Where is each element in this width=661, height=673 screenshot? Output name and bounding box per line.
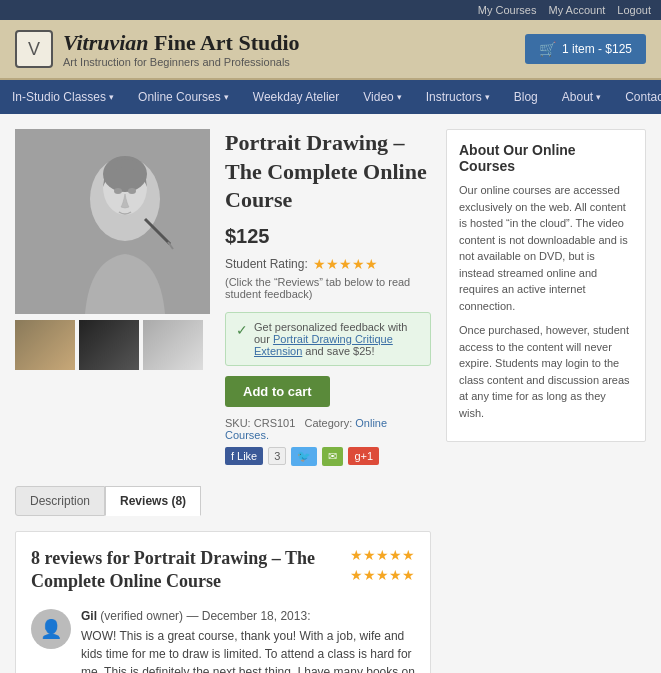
reviewer-avatar: 👤 <box>31 609 71 649</box>
check-icon: ✓ <box>236 322 248 338</box>
chevron-down-icon: ▾ <box>485 92 490 102</box>
sku-value: CRS101 <box>254 417 296 429</box>
reviews-header: 8 reviews for Portrait Drawing – The Com… <box>31 547 415 594</box>
email-icon: ✉ <box>328 450 337 462</box>
product-price: $125 <box>225 225 431 248</box>
logo-text: Vitruvian Fine Art Studio Art Instructio… <box>63 30 300 68</box>
reviewer-date: December 18, 2013: <box>202 609 311 623</box>
sidebar-para-2: Once purchased, however, student access … <box>459 322 633 421</box>
nav-instructors[interactable]: Instructors ▾ <box>414 80 502 114</box>
twitter-button[interactable]: 🐦 <box>291 447 317 466</box>
logout-link[interactable]: Logout <box>617 4 651 16</box>
nav-blog[interactable]: Blog <box>502 80 550 114</box>
reviews-section: 8 reviews for Portrait Drawing – The Com… <box>15 531 431 673</box>
thumbnail-1[interactable] <box>15 320 75 370</box>
promo-box: ✓ Get personalized feedback with our Por… <box>225 312 431 366</box>
nav-instructors-label: Instructors <box>426 90 482 104</box>
review-item: 👤 Gil (verified owner) — December 18, 20… <box>31 609 415 673</box>
reviewer-name-strong: Gil <box>81 609 97 623</box>
brand-italic: Vitruvian <box>63 30 149 55</box>
my-account-link[interactable]: My Account <box>548 4 605 16</box>
google-plus-button[interactable]: g+1 <box>348 447 379 465</box>
logo-area: V Vitruvian Fine Art Studio Art Instruct… <box>15 30 300 68</box>
cart-icon: 🛒 <box>539 41 556 57</box>
sku-label: SKU: <box>225 417 251 429</box>
nav-online-courses[interactable]: Online Courses ▾ <box>126 80 241 114</box>
chevron-down-icon: ▾ <box>109 92 114 102</box>
google-plus-icon: g+1 <box>354 450 373 462</box>
add-to-cart-button[interactable]: Add to cart <box>225 376 330 407</box>
site-header: V Vitruvian Fine Art Studio Art Instruct… <box>0 20 661 80</box>
nav-weekday-label: Weekday Atelier <box>253 90 340 104</box>
nav-in-studio-label: In-Studio Classes <box>12 90 106 104</box>
product-info: Portrait Drawing – The Complete Online C… <box>225 129 431 466</box>
rating-note: (Click the “Reviews” tab below to read s… <box>225 276 431 300</box>
tagline: Art Instruction for Beginners and Profes… <box>63 56 300 68</box>
promo-after: and save $25! <box>302 345 374 357</box>
nav-weekday-atelier[interactable]: Weekday Atelier <box>241 80 352 114</box>
svg-point-5 <box>128 188 136 194</box>
stars-row-1: ★★★★★ <box>350 547 415 563</box>
tab-reviews[interactable]: Reviews (8) <box>105 486 201 516</box>
logo-box: V <box>15 30 53 68</box>
facebook-icon: f <box>231 450 234 462</box>
my-courses-link[interactable]: My Courses <box>478 4 537 16</box>
product-tabs: Description Reviews (8) <box>15 486 431 516</box>
brand-name: Vitruvian Fine Art Studio <box>63 30 300 56</box>
nav-video-label: Video <box>363 90 393 104</box>
cart-label: 1 item - $125 <box>562 42 632 56</box>
tab-description[interactable]: Description <box>15 486 105 516</box>
like-label: Like <box>237 450 257 462</box>
overall-rating-stars: ★★★★★ ★★★★★ <box>350 547 415 583</box>
facebook-count: 3 <box>268 447 286 465</box>
product-rating: Student Rating: ★★★★★ <box>225 256 431 272</box>
svg-point-4 <box>114 188 122 194</box>
thumbnail-2[interactable] <box>79 320 139 370</box>
nav-video[interactable]: Video ▾ <box>351 80 413 114</box>
nav-blog-label: Blog <box>514 90 538 104</box>
sidebar-para-1: Our online courses are accessed exclusiv… <box>459 182 633 314</box>
review-content: Gil (verified owner) — December 18, 2013… <box>81 609 415 673</box>
thumbnail-3[interactable] <box>143 320 203 370</box>
stars-row-2: ★★★★★ <box>350 567 415 583</box>
category-label: Category: <box>305 417 353 429</box>
main-content: Portrait Drawing – The Complete Online C… <box>0 114 661 673</box>
nav-about-label: About <box>562 90 593 104</box>
review-text: WOW! This is a great course, thank you! … <box>81 627 415 673</box>
product-layout: Portrait Drawing – The Complete Online C… <box>15 129 646 673</box>
twitter-icon: 🐦 <box>297 450 311 462</box>
nav-online-label: Online Courses <box>138 90 221 104</box>
nav-contact-label: Contact <box>625 90 661 104</box>
email-button[interactable]: ✉ <box>322 447 343 466</box>
rating-stars: ★★★★★ <box>313 256 378 272</box>
product-area: Portrait Drawing – The Complete Online C… <box>15 129 431 466</box>
cart-button[interactable]: 🛒 1 item - $125 <box>525 34 646 64</box>
nav-contact[interactable]: Contact <box>613 80 661 114</box>
sidebar: About Our Online Courses Our online cour… <box>446 129 646 673</box>
product-images <box>15 129 210 466</box>
product-title: Portrait Drawing – The Complete Online C… <box>225 129 431 215</box>
chevron-down-icon: ▾ <box>224 92 229 102</box>
promo-text: Get personalized feedback with our Portr… <box>254 321 420 357</box>
main-nav: In-Studio Classes ▾ Online Courses ▾ Wee… <box>0 80 661 114</box>
nav-in-studio-classes[interactable]: In-Studio Classes ▾ <box>0 80 126 114</box>
social-buttons: f Like 3 🐦 ✉ g+1 <box>225 447 431 466</box>
nav-about[interactable]: About ▾ <box>550 80 613 114</box>
reviewer-name: Gil (verified owner) — December 18, 2013… <box>81 609 415 623</box>
top-bar: My Courses My Account Logout <box>0 0 661 20</box>
reviewer-badge: (verified owner) <box>100 609 183 623</box>
sidebar-title: About Our Online Courses <box>459 142 633 174</box>
sidebar-box: About Our Online Courses Our online cour… <box>446 129 646 442</box>
sku-line: SKU: CRS101 Category: Online Courses. <box>225 417 431 441</box>
reviews-title: 8 reviews for Portrait Drawing – The Com… <box>31 547 350 594</box>
main-product-image <box>15 129 210 314</box>
facebook-like-button[interactable]: f Like <box>225 447 263 465</box>
chevron-down-icon: ▾ <box>397 92 402 102</box>
product-main: Portrait Drawing – The Complete Online C… <box>15 129 431 673</box>
rating-label: Student Rating: <box>225 257 308 271</box>
chevron-down-icon: ▾ <box>596 92 601 102</box>
brand-rest: Fine Art Studio <box>149 30 300 55</box>
logo-icon: V <box>28 39 40 60</box>
product-thumbnails <box>15 320 210 370</box>
